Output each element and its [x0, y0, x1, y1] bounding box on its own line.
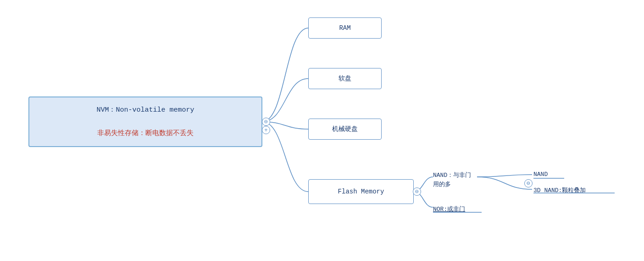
root-expand-btn[interactable]: + — [262, 126, 270, 134]
nand-leaf-text: NAND — [533, 171, 548, 178]
hdd-label: 机械硬盘 — [332, 125, 358, 133]
nand-leaf-label: NAND — [533, 171, 548, 178]
nand3d-leaf-label: 3D NAND:颗粒叠加 — [533, 186, 586, 194]
root-node: NVM：Non-volatile memory 非易失性存储：断电数据不丢失 — [28, 96, 262, 147]
ram-label: RAM — [339, 24, 350, 32]
ram-node: RAM — [308, 17, 382, 39]
flash-node: Flash Memory — [308, 179, 414, 204]
root-line2: 非易失性存储：断电数据不丢失 — [96, 128, 194, 140]
nand-collapse-btn[interactable]: ⊖ — [524, 179, 533, 187]
hdd-node: 机械硬盘 — [308, 119, 382, 140]
floppy-label: 软盘 — [339, 74, 351, 83]
root-collapse-btn[interactable]: ⊖ — [262, 118, 270, 126]
floppy-node: 软盘 — [308, 68, 382, 89]
nand-group-label: NAND：与非门 用的多 — [433, 171, 471, 189]
nor-group-label: NOR:或非门 — [433, 205, 465, 213]
flash-collapse-btn[interactable]: ⊖ — [413, 187, 421, 196]
root-line1: NVM：Non-volatile memory — [96, 104, 194, 116]
flash-label: Flash Memory — [338, 188, 384, 195]
nand3d-leaf-text: 3D NAND:颗粒叠加 — [533, 187, 586, 194]
nor-label: NOR:或非门 — [433, 206, 465, 213]
